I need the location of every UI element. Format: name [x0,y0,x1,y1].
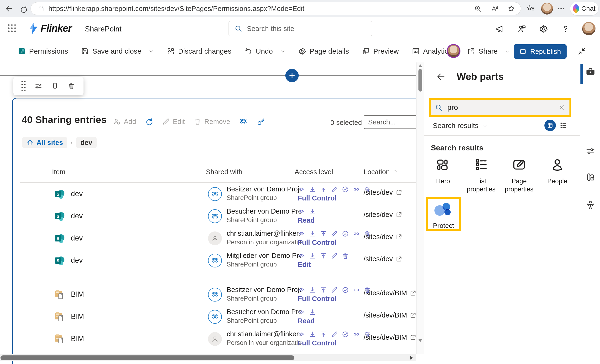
download-icon[interactable] [309,286,316,294]
external-link-icon[interactable] [396,256,402,262]
address-bar[interactable]: https://flinkerapp.sharepoint.com/sites/… [30,2,521,15]
list-view-toggle[interactable] [559,121,567,129]
link-icon[interactable] [353,286,360,294]
link-icon[interactable] [353,331,360,338]
upload-icon[interactable] [320,331,327,338]
breadcrumb-all-sites[interactable]: All sites [22,137,67,148]
brand-logo[interactable]: Flinker [28,21,72,35]
table-row[interactable]: S BIM Besitzer von Demo Projec SharePoin… [13,284,424,306]
table-row[interactable]: S dev Besitzer von Demo Projec SharePoin… [13,183,424,206]
upload-icon[interactable] [320,230,327,237]
table-row[interactable]: S BIM christian.laimer@flinker.ap Person… [13,328,424,350]
view-icon[interactable] [298,208,305,215]
discard-changes-button[interactable]: Discard changes [167,47,231,55]
access-level-link[interactable]: Full Control [298,194,337,202]
save-and-close-button[interactable]: Save and close [81,47,154,55]
view-icon[interactable] [298,230,305,237]
webparts-search-input[interactable]: pro [429,98,571,117]
webpart-result-hero[interactable]: Hero [425,157,461,185]
chevron-down-icon[interactable] [280,49,285,54]
preview-button[interactable]: Preview [362,47,399,55]
horizontal-scroll-thumb[interactable] [0,355,294,360]
refresh-icon[interactable] [19,4,28,13]
approve-icon[interactable] [342,331,349,338]
access-level-link[interactable]: Read [298,317,315,325]
scroll-right-arrow[interactable] [410,356,413,360]
link-icon[interactable] [353,230,360,237]
location-cell[interactable]: /sites/dev [364,255,402,263]
access-level-link[interactable]: Full Control [298,295,337,303]
app-launcher-icon[interactable] [8,24,17,33]
view-icon[interactable] [298,252,305,260]
external-link-icon[interactable] [396,211,402,218]
help-icon[interactable] [561,24,570,33]
feedback-icon[interactable] [517,24,526,33]
panel-back-icon[interactable] [436,72,446,82]
table-search-input[interactable]: Search... [364,115,424,129]
link-icon[interactable] [353,186,360,193]
properties-tab-icon[interactable] [585,146,595,156]
announcements-icon[interactable] [495,24,504,33]
favorite-star-icon[interactable] [507,5,515,12]
site-search-input[interactable]: Search this site [229,21,372,36]
download-icon[interactable] [309,252,316,260]
favorites-bar-icon[interactable] [526,4,535,13]
design-ideas-tab-icon[interactable] [585,172,595,182]
results-filter-dropdown[interactable]: Search results [433,122,488,130]
edit-icon[interactable] [331,230,338,237]
approve-icon[interactable] [342,186,349,193]
location-cell[interactable]: /sites/dev [364,211,402,218]
external-link-icon[interactable] [410,312,416,318]
duplicate-icon[interactable] [51,82,59,90]
view-icon[interactable] [298,186,305,193]
download-icon[interactable] [309,331,316,338]
add-button[interactable]: Add [113,118,136,126]
webpart-result-people[interactable]: People [539,157,575,185]
webpart-result-list-properties[interactable]: List properties [463,157,499,194]
drag-handle-icon[interactable] [21,81,26,91]
sharing-entries-webpart[interactable]: 40 Sharing entries Add Edit Remove [12,98,424,364]
add-webpart-button[interactable]: + [285,69,299,82]
grid-view-toggle[interactable] [544,120,556,131]
vertical-scrollbar[interactable] [416,63,424,354]
edit-icon[interactable] [331,286,338,294]
access-level-link[interactable]: Edit [298,261,311,269]
browser-profile-avatar[interactable] [541,3,553,15]
edit-icon[interactable] [331,186,338,193]
horizontal-scrollbar[interactable] [0,354,416,361]
settings-gear-icon[interactable] [539,24,548,33]
chevron-down-icon[interactable] [149,49,154,54]
location-cell[interactable]: /sites/dev [364,233,402,241]
upload-icon[interactable] [320,252,327,260]
table-row[interactable]: S dev Mitglieder von Demo Proj SharePoin… [13,250,424,272]
republish-button[interactable]: Republish [514,44,567,59]
column-header-access-level[interactable]: Access level [295,168,333,176]
edit-properties-icon[interactable] [34,82,42,90]
read-aloud-icon[interactable] [491,5,498,12]
column-header-location[interactable]: Location [364,168,398,176]
table-row[interactable]: S dev Besucher von Demo Proje SharePoint… [13,206,424,228]
groups-icon[interactable] [239,117,248,126]
external-link-icon[interactable] [396,234,402,240]
external-link-icon[interactable] [410,334,416,341]
scroll-up-arrow[interactable] [418,64,422,67]
chevron-down-icon[interactable] [505,49,510,54]
column-header-item[interactable]: Item [52,168,65,176]
approve-icon[interactable] [342,286,349,294]
table-row[interactable]: S BIM Besucher von Demo Proje SharePoint… [13,306,424,328]
download-icon[interactable] [309,230,316,237]
location-cell[interactable]: /sites/dev/BIM [364,334,416,341]
view-icon[interactable] [298,286,305,294]
location-cell[interactable]: /sites/dev/BIM [364,289,416,297]
webpart-result-page-properties[interactable]: Page properties [501,157,537,194]
delete-webpart-icon[interactable] [67,82,75,90]
view-icon[interactable] [298,331,305,338]
vertical-scroll-thumb[interactable] [418,69,422,91]
external-link-icon[interactable] [396,189,402,196]
copilot-chat-button[interactable]: Chat [570,2,598,15]
webpart-result-protect[interactable]: Protect [426,197,461,231]
upload-icon[interactable] [320,286,327,294]
share-button[interactable]: Share [467,40,510,63]
accessibility-tab-icon[interactable] [585,200,595,210]
location-cell[interactable]: /sites/dev/BIM [364,311,416,319]
